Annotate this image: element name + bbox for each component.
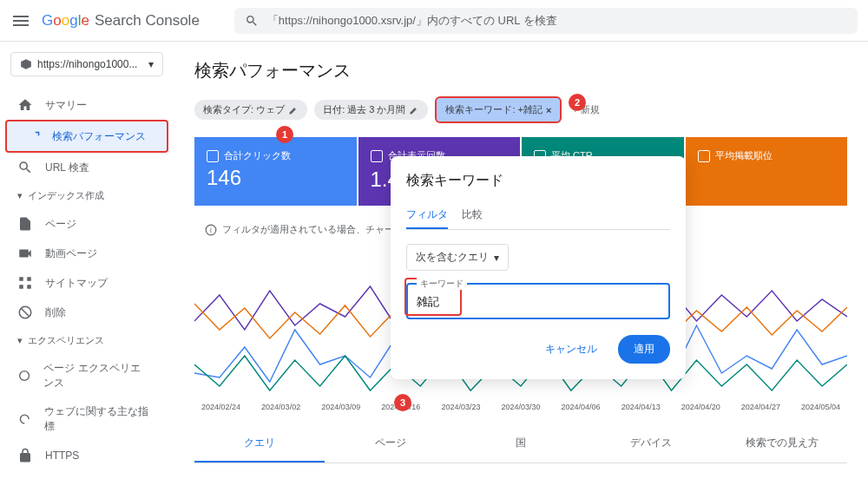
tab-query[interactable]: クエリ xyxy=(194,425,325,463)
data-tabs: クエリ ページ 国 デバイス 検索での見え方 xyxy=(194,425,847,463)
section-indexing[interactable]: ▾ インデックス作成 xyxy=(0,182,174,209)
menu-icon[interactable] xyxy=(10,10,31,31)
search-icon xyxy=(17,160,33,175)
modal-tab-compare[interactable]: 比較 xyxy=(462,202,483,229)
domain-icon xyxy=(20,58,32,70)
nav-page-exp[interactable]: ページ エクスペリエンス xyxy=(0,354,167,397)
sitemap-icon xyxy=(17,275,33,291)
home-icon xyxy=(17,97,33,113)
apply-button[interactable]: 適用 xyxy=(618,335,670,364)
section-experience[interactable]: ▾ エクスペリエンス xyxy=(0,327,174,354)
info-icon: i xyxy=(205,224,217,236)
property-selector[interactable]: https://nihongo1000... ▾ xyxy=(10,52,163,76)
nav-performance[interactable]: 検索パフォーマンス xyxy=(5,120,168,153)
star-icon xyxy=(17,368,31,384)
query-text-field[interactable]: キーワード xyxy=(406,283,670,319)
tab-country[interactable]: 国 xyxy=(456,425,586,463)
annotation-badge: 1 xyxy=(276,126,293,143)
nav-url-inspect[interactable]: URL 検査 xyxy=(0,153,167,182)
page-title: 検索パフォーマンス xyxy=(194,59,847,82)
query-filter-modal: 検索キーワード フィルタ 比較 次を含むクエリ▾ キーワード キャンセル 適用 xyxy=(391,156,686,379)
query-input[interactable] xyxy=(417,296,660,309)
chart-x-labels: 2024/02/242024/03/022024/03/092024/03/16… xyxy=(194,399,847,415)
checkbox-icon xyxy=(698,150,710,162)
chip-query[interactable]: 検索キーワード: +雑記 × xyxy=(435,96,562,123)
nav-pages[interactable]: ページ xyxy=(0,209,167,239)
nav-removals[interactable]: 削除 xyxy=(0,298,167,327)
pencil-icon xyxy=(409,105,419,115)
lock-icon xyxy=(17,448,33,463)
trend-icon xyxy=(24,128,40,144)
chevron-down-icon: ▾ xyxy=(148,58,154,70)
annotation-badge: 3 xyxy=(394,394,411,411)
section-enhancements[interactable]: ▾ 拡張 xyxy=(0,470,174,479)
url-inspect-search[interactable]: 「https://nihongo1000.xsrv.jp/」内のすべての URL… xyxy=(234,8,858,34)
tab-device[interactable]: デバイス xyxy=(586,425,716,463)
page-icon xyxy=(17,216,33,232)
modal-tab-filter[interactable]: フィルタ xyxy=(406,202,448,229)
modal-tabs: フィルタ 比較 xyxy=(406,202,670,230)
annotation-badge: 2 xyxy=(569,94,586,111)
speed-icon xyxy=(17,411,32,427)
tab-page[interactable]: ページ xyxy=(325,425,455,463)
tab-appearance[interactable]: 検索での見え方 xyxy=(717,425,847,463)
chip-date[interactable]: 日付: 過去 3 か月間 xyxy=(314,100,428,120)
modal-title: 検索キーワード xyxy=(406,172,670,190)
chip-search-type[interactable]: 検索タイプ: ウェブ xyxy=(194,100,307,120)
nav-web-vitals[interactable]: ウェブに関する主な指標 xyxy=(0,397,167,441)
nav-https[interactable]: HTTPS xyxy=(0,441,167,470)
filter-type-dropdown[interactable]: 次を含むクエリ▾ xyxy=(406,244,509,271)
block-icon xyxy=(17,305,33,320)
svg-text:i: i xyxy=(210,226,212,233)
svg-line-1 xyxy=(22,309,30,317)
sidebar: https://nihongo1000... ▾ サマリー 検索パフォーマンス … xyxy=(0,42,174,479)
video-icon xyxy=(17,246,33,261)
close-icon[interactable]: × xyxy=(546,105,551,115)
nav-video[interactable]: 動画ページ xyxy=(0,239,167,268)
checkbox-icon xyxy=(207,150,219,162)
nav-summary[interactable]: サマリー xyxy=(0,90,167,120)
nav-sitemaps[interactable]: サイトマップ xyxy=(0,268,167,298)
checkbox-icon xyxy=(371,150,383,162)
filter-chips: 検索タイプ: ウェブ 日付: 過去 3 か月間 検索キーワード: +雑記 × +… xyxy=(194,96,847,123)
cancel-button[interactable]: キャンセル xyxy=(533,335,609,364)
pencil-icon xyxy=(288,105,299,115)
search-icon xyxy=(245,14,259,28)
metric-clicks[interactable]: 合計クリック数146 xyxy=(194,137,357,206)
logo: Google Search Console xyxy=(42,12,200,30)
chevron-down-icon: ▾ xyxy=(494,252,499,264)
metric-position[interactable]: 平均掲載順位 xyxy=(686,137,848,206)
svg-point-2 xyxy=(20,371,30,381)
